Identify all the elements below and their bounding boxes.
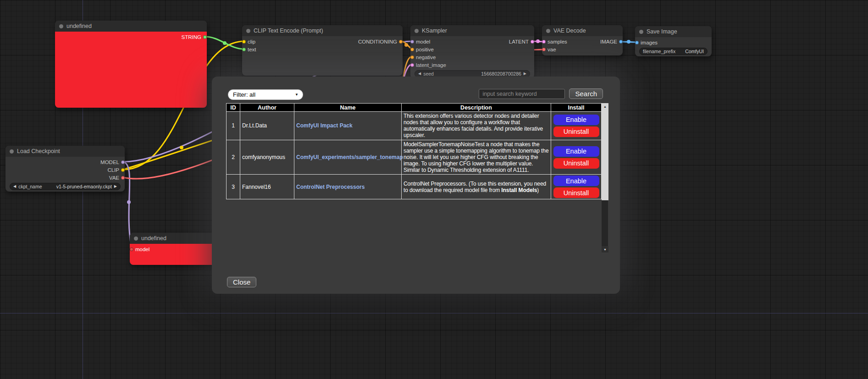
input-slot-negative[interactable] <box>410 55 414 59</box>
input-slot-clip[interactable] <box>242 40 246 44</box>
node-title-bar[interactable]: VAE Decode <box>542 25 623 36</box>
node-undefined-model[interactable]: undefined model <box>130 233 217 265</box>
input-label: model <box>135 247 149 252</box>
widget-label: seed <box>423 71 434 77</box>
scroll-up-icon[interactable]: ▲ <box>602 103 608 110</box>
decrement-arrow-icon[interactable]: ◀ <box>418 72 421 76</box>
install-button-stack: EnableUninstall <box>553 115 599 137</box>
output-label: VAE <box>109 175 119 181</box>
node-ksampler[interactable]: KSampler model LATENT positive negative … <box>410 25 534 78</box>
scrollbar-thumb[interactable] <box>602 110 608 200</box>
output-slot-clip[interactable] <box>121 168 125 172</box>
node-save-image[interactable]: Save Image images filename_prefix ComfyU… <box>635 26 712 56</box>
output-slot-string[interactable] <box>203 35 207 39</box>
uninstall-button[interactable]: Uninstall <box>553 126 599 137</box>
node-title-bar[interactable]: KSampler <box>410 25 534 36</box>
output-slot-vae[interactable] <box>121 176 125 180</box>
node-title: undefined <box>66 23 92 29</box>
collapse-dot-icon[interactable] <box>10 149 14 154</box>
widget-label: ckpt_name <box>18 184 42 189</box>
extension-row: 3Fannovel16ControlNet PreprocessorsContr… <box>227 175 602 199</box>
scrollbar[interactable]: ▲ ▼ <box>602 103 608 253</box>
node-title-bar[interactable]: CLIP Text Encode (Prompt) <box>242 25 403 36</box>
collapse-dot-icon[interactable] <box>639 30 643 34</box>
next-arrow-icon[interactable]: ▶ <box>114 185 117 188</box>
install-button-stack: EnableUninstall <box>553 146 599 169</box>
extension-description: ModelSamplerTonemapNoiseTest a node that… <box>402 140 551 175</box>
enable-button[interactable]: Enable <box>553 115 599 125</box>
node-title-bar[interactable]: undefined <box>55 21 207 32</box>
input-slot-latent-image[interactable] <box>410 63 414 67</box>
uninstall-button[interactable]: Uninstall <box>553 187 599 198</box>
node-graph-canvas[interactable]: undefined STRING CLIP Text Encode (Promp… <box>0 0 868 379</box>
collapse-dot-icon[interactable] <box>546 29 550 33</box>
search-input[interactable] <box>479 89 565 99</box>
header-description: Description <box>402 104 551 112</box>
node-title: Load Checkpoint <box>17 148 60 154</box>
search-button[interactable]: Search <box>569 88 603 99</box>
extension-name-cell: ControlNet Preprocessors <box>294 175 402 199</box>
node-title-bar[interactable]: Load Checkpoint <box>6 146 125 157</box>
ckpt-name-widget[interactable]: ◀ ckpt_name v1-5-pruned-emaonly.ckpt ▶ <box>10 183 121 190</box>
input-slot-model[interactable] <box>410 40 414 44</box>
output-label: IMAGE <box>600 39 617 44</box>
extension-link[interactable]: ComfyUI_experiments/sampler_tonemap <box>296 154 403 160</box>
output-slot-image[interactable] <box>619 40 623 44</box>
input-label: latent_image <box>416 62 446 68</box>
collapse-dot-icon[interactable] <box>415 29 419 33</box>
input-label: positive <box>416 47 434 52</box>
header-id: ID <box>227 104 240 112</box>
input-slot-images[interactable] <box>635 41 639 44</box>
uninstall-button[interactable]: Uninstall <box>553 158 599 169</box>
widget-value: v1-5-pruned-emaonly.ckpt <box>56 184 112 189</box>
node-title: undefined <box>141 235 166 242</box>
input-label: clip <box>248 39 255 44</box>
extension-install-cell: EnableUninstall <box>551 140 602 175</box>
widget-value: ComfyUI <box>685 49 704 54</box>
output-slot-conditioning[interactable] <box>399 40 403 44</box>
node-title: Save Image <box>647 28 677 35</box>
output-slot-model[interactable] <box>121 160 125 164</box>
collapse-dot-icon[interactable] <box>246 29 250 33</box>
widget-label: filename_prefix <box>643 49 675 54</box>
header-name: Name <box>294 104 402 112</box>
node-title-bar[interactable]: undefined <box>130 233 217 244</box>
input-slot-vae[interactable] <box>542 48 546 51</box>
node-title: VAE Decode <box>553 27 586 34</box>
extension-install-cell: EnableUninstall <box>551 175 602 199</box>
extension-link[interactable]: ComfyUI Impact Pack <box>296 122 353 129</box>
collapse-dot-icon[interactable] <box>59 24 63 28</box>
output-label: CLIP <box>107 167 119 173</box>
node-undefined-string[interactable]: undefined STRING <box>55 21 207 108</box>
table-header-row: ID Author Name Description Install <box>227 104 602 112</box>
enable-button[interactable]: Enable <box>553 146 599 157</box>
collapse-dot-icon[interactable] <box>134 236 138 241</box>
output-label: LATENT <box>509 39 529 44</box>
close-button[interactable]: Close <box>227 277 256 287</box>
node-vae-decode[interactable]: VAE Decode samples IMAGE vae <box>542 25 623 55</box>
increment-arrow-icon[interactable]: ▶ <box>524 72 526 76</box>
input-slot-text[interactable] <box>242 48 246 51</box>
extension-name-cell: ComfyUI Impact Pack <box>294 112 402 140</box>
node-title-bar[interactable]: Save Image <box>635 26 712 37</box>
input-label: negative <box>416 55 436 60</box>
input-slot-model[interactable] <box>130 247 133 251</box>
extension-author: Fannovel16 <box>240 175 294 199</box>
scroll-down-icon[interactable]: ▼ <box>602 246 608 253</box>
node-load-checkpoint[interactable]: Load Checkpoint MODEL CLIP VAE ◀ ckpt_na… <box>6 146 125 192</box>
filename-prefix-widget[interactable]: filename_prefix ComfyUI <box>639 48 708 55</box>
extension-link[interactable]: ControlNet Preprocessors <box>296 184 365 190</box>
header-install: Install <box>551 104 602 112</box>
filter-select[interactable]: Filter: all <box>228 89 303 100</box>
previous-arrow-icon[interactable]: ◀ <box>13 185 16 188</box>
link-midpoint-dot <box>223 41 227 45</box>
input-label: samples <box>547 39 567 44</box>
node-clip-text-encode[interactable]: CLIP Text Encode (Prompt) clip CONDITION… <box>242 25 403 76</box>
input-slot-positive[interactable] <box>410 48 414 51</box>
output-slot-latent[interactable] <box>531 40 534 44</box>
extension-install-cell: EnableUninstall <box>551 112 602 140</box>
input-label: model <box>416 39 430 44</box>
input-slot-samples[interactable] <box>542 40 546 44</box>
extensions-table: ID Author Name Description Install 1Dr.L… <box>226 103 602 199</box>
enable-button[interactable]: Enable <box>553 176 599 186</box>
